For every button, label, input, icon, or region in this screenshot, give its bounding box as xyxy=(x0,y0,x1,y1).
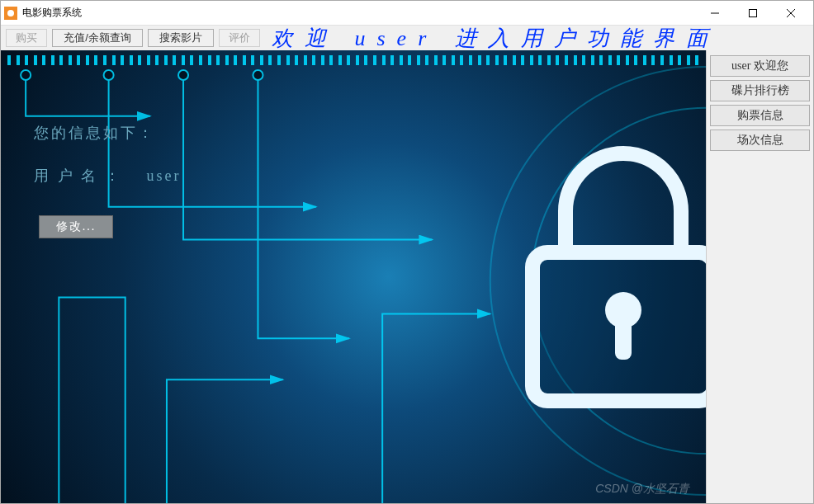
svg-point-9 xyxy=(253,70,263,80)
recharge-button[interactable]: 充值/余额查询 xyxy=(52,29,143,47)
window-title: 电影购票系统 xyxy=(22,6,696,20)
svg-point-7 xyxy=(104,70,114,80)
username-value: user xyxy=(147,167,182,184)
sidebar-item-welcome[interactable]: user 欢迎您 xyxy=(710,55,810,77)
watermark: CSDN @水坚石青 xyxy=(595,482,689,497)
svg-point-1 xyxy=(7,10,14,16)
review-button: 评价 xyxy=(219,29,260,47)
app-icon xyxy=(4,7,17,20)
close-icon xyxy=(787,9,795,17)
close-button[interactable] xyxy=(772,2,810,25)
window-controls xyxy=(696,2,810,25)
modify-button[interactable]: 修改... xyxy=(39,215,113,238)
svg-rect-3 xyxy=(750,9,757,16)
sidebar-item-sessions[interactable]: 场次信息 xyxy=(710,130,810,151)
toolbar: 购买 充值/余额查询 搜索影片 评价 欢迎 user 进入用户功能界面 xyxy=(1,26,813,50)
maximize-icon xyxy=(749,9,757,17)
info-heading: 您的信息如下： xyxy=(34,123,182,143)
content-area: 您的信息如下： 用 户 名 ： user 修改... CSDN @水坚石青 us… xyxy=(1,50,813,503)
minimize-icon xyxy=(711,9,719,17)
lock-icon xyxy=(508,129,706,426)
app-window: 电影购票系统 购买 充值/余额查询 搜索影片 评价 欢迎 user 进入用户功能… xyxy=(0,0,814,504)
side-panel: user 欢迎您 碟片排行榜 购票信息 场次信息 xyxy=(706,50,813,503)
main-panel: 您的信息如下： 用 户 名 ： user 修改... CSDN @水坚石青 xyxy=(1,50,706,503)
sidebar-item-tickets[interactable]: 购票信息 xyxy=(710,105,810,126)
maximize-button[interactable] xyxy=(734,2,772,25)
svg-point-6 xyxy=(21,70,31,80)
svg-point-8 xyxy=(178,70,188,80)
username-row: 用 户 名 ： user xyxy=(34,166,182,186)
username-label: 用 户 名 ： xyxy=(34,167,122,184)
user-info-block: 您的信息如下： 用 户 名 ： user xyxy=(34,123,182,209)
minimize-button[interactable] xyxy=(696,2,734,25)
svg-rect-14 xyxy=(615,318,632,360)
search-button[interactable]: 搜索影片 xyxy=(148,29,214,47)
sidebar-item-ranking[interactable]: 碟片排行榜 xyxy=(710,80,810,101)
buy-button: 购买 xyxy=(6,29,47,47)
welcome-banner: 欢迎 user 进入用户功能界面 xyxy=(272,24,808,53)
titlebar: 电影购票系统 xyxy=(1,1,813,26)
ruler-top xyxy=(1,55,706,68)
